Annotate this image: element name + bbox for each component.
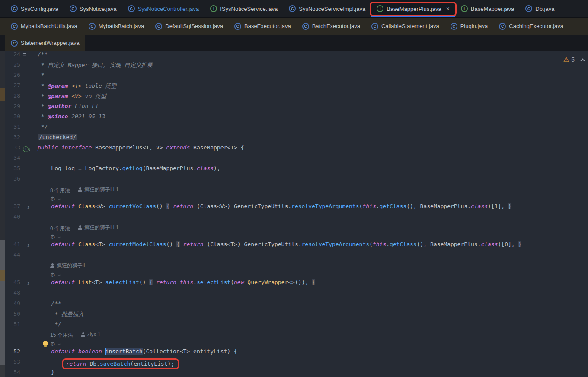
editor-tab[interactable]: IBaseMapper.java [455, 0, 520, 17]
code-line[interactable]: /unchecked/ [36, 134, 588, 144]
editor-tab[interactable]: CStatementWrapper.java [5, 35, 85, 51]
code-vision-icon[interactable]: ⚙ [50, 272, 55, 278]
editor-tab[interactable]: CSysNoticeServiceImpl.java [283, 0, 371, 17]
chevron-down-icon[interactable] [58, 197, 61, 200]
code-token: (entityList); [130, 361, 174, 367]
code-line[interactable]: default Class<V> currentVoClass() { retu… [36, 203, 588, 213]
code-vision-icon[interactable]: ⚙ [50, 234, 55, 240]
interface-file-icon: I [461, 5, 468, 12]
inspection-widget[interactable]: ⚠ 5 [563, 56, 586, 63]
editor-tab[interactable]: CPlugin.java [445, 18, 494, 35]
usages-hint[interactable]: 8 个用法 [50, 187, 70, 193]
fold-chevron-icon[interactable]: › [23, 241, 29, 248]
editor-tab[interactable]: CBatchExecutor.java [297, 18, 366, 35]
code-line[interactable]: */ [36, 124, 588, 134]
person-icon [50, 263, 54, 268]
code-token [169, 203, 173, 209]
code-line[interactable]: * @param <T> table 泛型 [36, 82, 588, 92]
code-line[interactable]: * @since 2021-05-13 [36, 113, 588, 124]
editor-tab[interactable]: CSysConfig.java [5, 0, 64, 17]
code-line[interactable] [36, 155, 588, 165]
code-line[interactable]: * 自定义 Mapper 接口, 实现 自定义扩展 [36, 61, 588, 72]
editor-tab[interactable]: CSysNoticeController.java [122, 0, 205, 17]
code-token [38, 241, 51, 247]
doc-fold-icon[interactable]: ≡ [23, 51, 26, 57]
code-line[interactable]: default List<T> selectList() { return th… [36, 279, 588, 289]
code-token: return [183, 241, 204, 247]
editor-tab[interactable]: CDb.java [520, 0, 560, 17]
code-line[interactable]: * [36, 72, 588, 82]
editor-tab[interactable]: CDefaultSqlSession.java [150, 18, 229, 35]
fold-chevron-icon[interactable]: › [23, 279, 29, 286]
code-token: default [51, 241, 75, 247]
code-line[interactable] [36, 289, 588, 300]
code-line[interactable]: * 批量插入 [36, 310, 588, 321]
class-file-icon: C [451, 23, 457, 30]
code-vision-icon[interactable]: ⚙ [50, 196, 55, 202]
code-line[interactable]: Log log = LogFactory.getLog(BaseMapperPl… [36, 165, 588, 175]
gutter-markers [20, 262, 36, 272]
code-line[interactable] [36, 175, 588, 186]
editor-tab[interactable]: CCachingExecutor.java [493, 18, 569, 35]
code-line-row: 29 * @author Lion Li [5, 103, 588, 113]
gutter-markers [20, 134, 36, 144]
usages-hint[interactable]: 0 个用法 [50, 225, 70, 231]
gutter-markers: I↓ [20, 144, 36, 155]
usages-hint[interactable]: 15 个用法 [50, 332, 73, 338]
gutter: 48 [5, 289, 36, 300]
tab-label: CachingExecutor.java [509, 23, 563, 29]
code-line[interactable]: } [36, 369, 588, 377]
code-token: currentVoClass [109, 203, 156, 209]
code-line[interactable]: public interface BaseMapperPlus<T, V> ex… [36, 144, 588, 155]
gutter [5, 272, 36, 279]
author-hint[interactable]: 疯狂的狮子Li 1 [78, 224, 118, 231]
chevron-up-icon[interactable] [581, 58, 585, 63]
code-line[interactable]: default Class<T> currentModelClass() { r… [36, 241, 588, 251]
editor-tab[interactable]: CCallableStatement.java [366, 18, 445, 35]
gutter-markers [20, 155, 36, 165]
chevron-down-icon[interactable] [58, 235, 61, 238]
editor-tab[interactable]: IBaseMapperPlus.java× [371, 0, 455, 17]
code-vision-icon[interactable]: ⚙ [50, 341, 55, 347]
author-hint[interactable]: zlyx 1 [81, 331, 101, 337]
chevron-down-icon[interactable] [58, 273, 61, 276]
gutter-markers [20, 113, 36, 124]
code-line[interactable]: return Db.saveBatch(entityList); [36, 358, 588, 369]
code-line[interactable]: * @author Lion Li [36, 103, 588, 113]
gutter-markers [20, 186, 36, 196]
editor-tab[interactable]: IISysNoticeService.java [205, 0, 283, 17]
gutter: 25 [5, 61, 36, 72]
gutter: 26 [5, 72, 36, 82]
code-line[interactable]: * @param <V> vo 泛型 [36, 92, 588, 103]
code-line[interactable]: default boolean insertBatch(Collection<T… [36, 348, 588, 358]
interface-icon[interactable]: I [23, 146, 29, 152]
code-token: List [78, 279, 92, 285]
code-line[interactable]: /** [36, 51, 588, 61]
editor-tab[interactable]: CMybatisBatchUtils.java [5, 18, 83, 35]
code-token: @param [48, 82, 68, 89]
chevron-down-icon[interactable] [58, 342, 61, 345]
tab-label: SysConfig.java [21, 6, 58, 12]
fold-chevron-icon[interactable]: › [23, 203, 29, 210]
code-token: } [312, 279, 315, 285]
gutter: 36 [5, 175, 36, 186]
editor-tab[interactable]: CSysNotice.java [64, 0, 122, 17]
code-line[interactable] [36, 251, 588, 262]
gutter: 54 [5, 369, 36, 377]
author-hint[interactable]: 疯狂的狮子li [50, 262, 85, 269]
editor-tab[interactable]: CMybatisBatch.java [83, 18, 150, 35]
code-line-row: 37› default Class<V> currentVoClass() { … [5, 203, 588, 213]
code-line[interactable]: */ [36, 321, 588, 331]
editor-tab[interactable]: CBaseExecutor.java [229, 18, 297, 35]
code-line[interactable]: /** [36, 300, 588, 310]
author-hint[interactable]: 疯狂的狮子Li 1 [78, 186, 118, 193]
code-line[interactable] [36, 213, 588, 224]
tool-body: ⚙ [36, 272, 588, 279]
code-token: @author [48, 103, 71, 109]
close-icon[interactable]: × [446, 6, 450, 12]
warning-icon[interactable]: ⚠ [563, 56, 569, 63]
gutter-markers [20, 92, 36, 103]
line-number: 35 [5, 165, 20, 175]
implementations-arrow-icon[interactable]: ↓ [29, 147, 31, 152]
gutter-markers [20, 224, 36, 234]
